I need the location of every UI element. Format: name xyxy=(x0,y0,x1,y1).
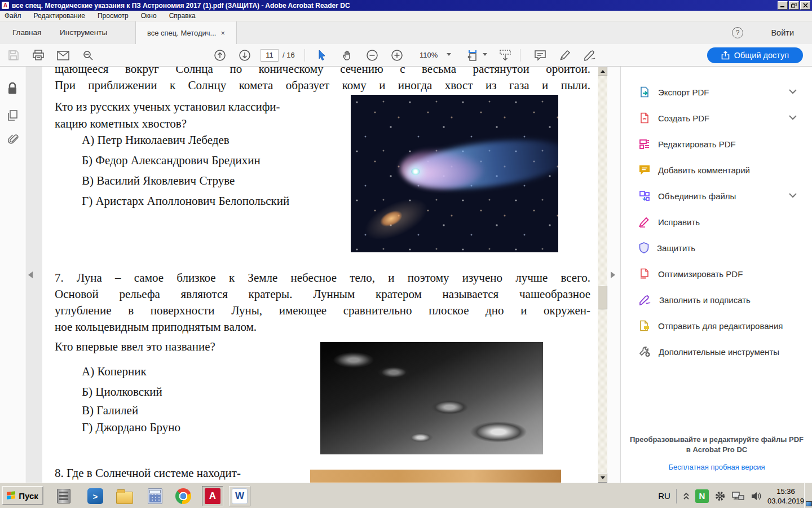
taskbar-explorer-icon[interactable] xyxy=(115,487,134,505)
scroll-down-button[interactable] xyxy=(598,473,607,483)
tab-close-icon[interactable]: × xyxy=(220,29,225,37)
taskbar-word-button[interactable]: W xyxy=(229,486,250,506)
restore-button[interactable] xyxy=(789,1,799,10)
expand-panel-icon[interactable] xyxy=(611,271,615,278)
print-icon[interactable] xyxy=(32,49,45,62)
page-thumbnails-icon[interactable] xyxy=(7,110,18,124)
zoom-in-icon[interactable] xyxy=(390,49,404,62)
question-8-text: 8. Где в Солнечной системе находит- xyxy=(55,466,241,480)
scrollbar-thumb[interactable] xyxy=(598,286,607,309)
more-tools-icon xyxy=(639,346,651,357)
close-button[interactable] xyxy=(800,1,810,10)
comet-nucleus xyxy=(411,168,420,175)
share-button[interactable]: Общий доступ xyxy=(707,47,803,63)
gear-tray-icon[interactable] xyxy=(714,491,726,502)
taskbar-powershell-icon[interactable]: > xyxy=(86,487,105,505)
menu-help[interactable]: Справка xyxy=(169,12,196,20)
doc-clipped-line: щающееся вокруг Солнца по коническому се… xyxy=(55,67,590,76)
scroll-up-button[interactable] xyxy=(598,67,607,76)
tool-fill-sign[interactable]: Заполнить и подписать xyxy=(621,287,812,313)
select-tool-icon[interactable] xyxy=(316,49,329,62)
start-button-label: Пуск xyxy=(19,491,38,501)
pdf-app-icon: A xyxy=(2,2,9,9)
menu-view[interactable]: Просмотр xyxy=(98,12,129,20)
create-pdf-icon xyxy=(639,112,650,124)
tool-edit-pdf[interactable]: Редактировать PDF xyxy=(621,131,812,157)
share-icon xyxy=(721,51,730,60)
taskbar-calculator-icon[interactable] xyxy=(145,487,165,505)
windows-taskbar: Пуск > A W RU N 15:36 03.04.2019 xyxy=(0,483,812,508)
question-7-options: А) Коперник Б) Циолковский В) Галилей Г)… xyxy=(82,361,180,436)
language-indicator[interactable]: RU xyxy=(658,491,670,501)
option-g: Г) Аристарх Аполлонович Белопольский xyxy=(82,191,289,211)
taskbar-acrobat-button[interactable]: A xyxy=(202,486,223,506)
hidden-icons-chevron-icon[interactable] xyxy=(683,492,690,500)
zoom-dropdown-icon[interactable] xyxy=(447,53,451,56)
sign-in-button[interactable]: Войти xyxy=(771,21,794,44)
menu-window[interactable]: Окно xyxy=(141,12,157,20)
tool-combine-files[interactable]: Объединить файлы xyxy=(621,183,812,209)
free-trial-link[interactable]: Бесплатная пробная версия xyxy=(621,463,812,471)
combine-files-icon xyxy=(639,190,650,202)
clock[interactable]: 15:36 03.04.2019 xyxy=(767,487,804,506)
chevron-down-icon[interactable] xyxy=(789,193,797,198)
zoom-level-value[interactable]: 110% xyxy=(420,49,438,62)
tab-tools[interactable]: Инструменты xyxy=(60,21,107,44)
tool-add-comment[interactable]: Добавить комментарий xyxy=(621,157,812,183)
hand-tool-icon[interactable] xyxy=(341,49,354,62)
export-pdf-icon xyxy=(639,86,650,98)
toolbar: 11 / 16 110% xyxy=(0,44,812,67)
tool-send-for-edit[interactable]: Отправить для редактирования xyxy=(621,313,812,339)
fit-dropdown-icon[interactable] xyxy=(483,53,487,56)
tab-document[interactable]: все спец. Методич... × xyxy=(135,21,237,44)
start-button[interactable]: Пуск xyxy=(2,486,43,505)
taskbar-system-tools-icon[interactable] xyxy=(54,487,73,505)
minimize-button[interactable] xyxy=(778,1,788,10)
fill-sign-icon xyxy=(639,294,651,305)
security-lock-icon[interactable] xyxy=(7,82,18,97)
toolbar-divider xyxy=(520,49,520,62)
help-icon[interactable]: ? xyxy=(732,27,743,38)
window-title: все спец. Методические указания к ПЗ Аст… xyxy=(12,2,350,10)
tray-divider xyxy=(676,489,677,503)
tool-protect[interactable]: Защитить xyxy=(621,235,812,261)
network-tray-icon[interactable] xyxy=(731,491,745,502)
question-6-text: Кто из русских ученых установил классифи… xyxy=(55,98,339,132)
attachments-icon[interactable] xyxy=(7,133,19,148)
volume-tray-icon[interactable] xyxy=(751,491,762,501)
tool-export-pdf[interactable]: Экспорт PDF xyxy=(621,79,812,105)
email-icon[interactable] xyxy=(56,49,70,62)
comment-tool-icon[interactable] xyxy=(533,49,547,62)
chevron-down-icon[interactable] xyxy=(789,115,797,120)
tab-home[interactable]: Главная xyxy=(12,21,41,44)
title-bar: A все спец. Методические указания к ПЗ А… xyxy=(0,0,812,11)
search-icon[interactable] xyxy=(81,49,95,62)
question-7-text: 7. Луна – самое близкое к Земле небесное… xyxy=(55,270,590,335)
previous-page-icon[interactable] xyxy=(213,49,227,62)
show-desktop-button[interactable] xyxy=(804,483,812,508)
scrolling-mode-icon[interactable] xyxy=(498,49,512,62)
taskbar-chrome-icon[interactable] xyxy=(174,487,193,505)
tool-optimize-pdf[interactable]: Оптимизировать PDF xyxy=(621,261,812,287)
chevron-down-icon[interactable] xyxy=(789,89,797,94)
acrobat-reader-window: A все спец. Методические указания к ПЗ А… xyxy=(0,0,812,508)
vertical-scrollbar[interactable] xyxy=(598,67,607,483)
save-icon[interactable] xyxy=(7,49,20,62)
netbeans-tray-icon[interactable]: N xyxy=(695,489,709,503)
menu-file[interactable]: Файл xyxy=(5,12,21,20)
tool-create-pdf[interactable]: Создать PDF xyxy=(621,105,812,131)
tool-fix[interactable]: Исправить xyxy=(621,209,812,235)
pdf-page[interactable]: щающееся вокруг Солнца по коническому се… xyxy=(42,67,598,483)
menu-edit[interactable]: Редактирование xyxy=(34,12,85,20)
highlighter-icon[interactable] xyxy=(558,49,572,62)
collapse-panel-icon[interactable] xyxy=(28,271,33,278)
next-page-icon[interactable] xyxy=(238,49,251,62)
fill-sign-tool-icon[interactable] xyxy=(583,49,597,62)
comet-photo xyxy=(351,95,558,252)
zoom-out-icon[interactable] xyxy=(365,49,379,62)
protect-icon xyxy=(639,242,649,253)
tool-more-tools[interactable]: Дополнительные инструменты xyxy=(621,339,812,365)
tray-date: 03.04.2019 xyxy=(767,496,804,506)
page-number-input[interactable]: 11 xyxy=(261,49,279,62)
fit-width-icon[interactable] xyxy=(466,49,479,62)
